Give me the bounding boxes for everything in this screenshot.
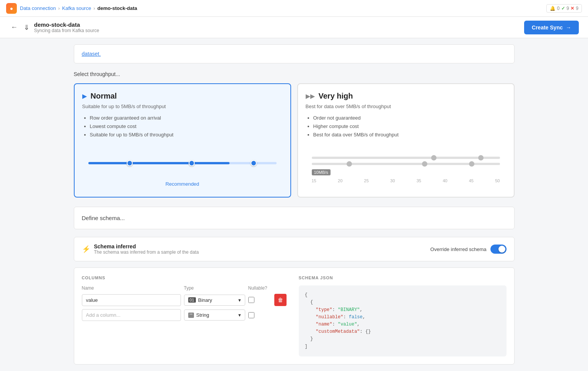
normal-slider-track[interactable] xyxy=(88,162,277,164)
json-comma-3: , xyxy=(357,322,360,327)
dataset-link[interactable]: dataset. xyxy=(82,51,101,57)
app-icon: ● xyxy=(6,3,17,14)
add-type-label: String xyxy=(196,312,209,318)
schema-json-display: { { "type": "BINARY", "nullable": false,… xyxy=(299,285,507,356)
define-schema-title: Define schema... xyxy=(82,215,507,221)
columns-header: Name Type Nullable? xyxy=(82,285,290,291)
schema-inferred-title: Schema inferred xyxy=(94,243,199,249)
schema-inferred-subtitle: The schema was inferred from a sample of… xyxy=(94,249,199,255)
delete-column-button[interactable]: 🗑 xyxy=(274,294,287,306)
very-high-speed-badge-area: 10MB/s xyxy=(312,169,500,177)
json-colon-3: : xyxy=(332,322,338,327)
top-bar-left: ● Data connection › Kafka source › demo-… xyxy=(6,3,137,14)
json-comma-1: , xyxy=(360,307,363,313)
slider-mark-15: 15 xyxy=(312,178,316,183)
very-high-dot-1 xyxy=(431,155,437,160)
normal-slider-filled xyxy=(88,162,230,164)
json-comma-2: , xyxy=(363,314,365,320)
add-nullable-checkbox[interactable] xyxy=(248,312,254,318)
normal-feature-3: Suitable for up to 5MB/s of throughput xyxy=(90,131,283,139)
breadcrumb-part1[interactable]: Data connection xyxy=(20,5,56,11)
schema-json-section: SCHEMA JSON { { "type": "BINARY", "nulla… xyxy=(299,275,507,356)
col-name-header: Name xyxy=(82,285,181,291)
schema-editor: COLUMNS Name Type Nullable? 01 Binary ▾ … xyxy=(74,267,515,365)
slider-mark-20: 20 xyxy=(338,178,342,183)
page-subtitle: Syncing data from Kafka source xyxy=(34,28,99,33)
slider-labels: 15 20 25 30 35 40 45 50 xyxy=(306,178,506,183)
normal-feature-1: Row order guaranteed on arrival xyxy=(90,114,283,122)
header-title-group: demo-stock-data Syncing data from Kafka … xyxy=(34,21,99,33)
schema-inferred-text: Schema inferred The schema was inferred … xyxy=(94,243,199,255)
column-type-select[interactable]: 01 Binary ▾ xyxy=(184,295,245,306)
json-colon-1: : xyxy=(332,307,338,313)
back-button[interactable]: ← xyxy=(9,22,19,33)
very-high-slider-area[interactable]: 10MB/s 15 20 25 30 35 40 45 50 xyxy=(306,147,506,189)
breadcrumb-part2[interactable]: Kafka source xyxy=(62,5,91,11)
download-icon: ⇓ xyxy=(24,23,29,32)
override-schema-toggle[interactable] xyxy=(490,245,507,254)
normal-throughput-card[interactable]: ▶ Normal Suitable for up to 5MB/s of thr… xyxy=(74,83,291,198)
json-key-custom: "customMetadata" xyxy=(316,329,360,334)
add-type-dropdown-icon: ▾ xyxy=(238,312,241,318)
header-bar: ← ⇓ demo-stock-data Syncing data from Ka… xyxy=(0,17,588,38)
page-title: demo-stock-data xyxy=(34,21,99,28)
very-high-card-title-row: ▶▶ Very high xyxy=(306,92,506,100)
json-val-name: "value" xyxy=(338,322,357,327)
normal-slider-area[interactable] xyxy=(82,148,283,178)
nullable-checkbox[interactable] xyxy=(248,297,254,303)
normal-slider-dot-2[interactable] xyxy=(189,160,195,166)
json-brace-open2: { xyxy=(310,300,313,305)
slider-mark-25: 25 xyxy=(364,178,369,183)
top-bar-right: 🔔 0 ✓ 9 ✕ 9 xyxy=(546,4,582,13)
arrow-right-icon: → xyxy=(566,24,571,31)
toggle-area: Override inferred schema xyxy=(430,245,507,254)
normal-slider-dot-3[interactable] xyxy=(251,160,257,166)
check-icon: ✓ xyxy=(561,6,565,11)
schema-json-title: SCHEMA JSON xyxy=(299,275,507,280)
json-brace-open: { xyxy=(305,292,308,298)
json-colon-4: : xyxy=(360,329,365,334)
very-high-feature-1: Order not guaranteed xyxy=(313,114,506,122)
very-high-dot-4 xyxy=(422,161,427,167)
recommended-label: Recommended xyxy=(82,181,283,187)
json-val-type: "BINARY" xyxy=(338,307,360,313)
slider-mark-30: 30 xyxy=(390,178,395,183)
bell-count: 0 xyxy=(557,6,560,11)
json-val-nullable: false xyxy=(349,314,363,320)
create-sync-button[interactable]: Create Sync → xyxy=(524,21,579,34)
slider-mark-35: 35 xyxy=(417,178,421,183)
slider-mark-40: 40 xyxy=(443,178,447,183)
slider-mark-45: 45 xyxy=(469,178,474,183)
col-nullable-header: Nullable? xyxy=(248,285,271,291)
json-key-nullable: "nullable" xyxy=(316,314,343,320)
throughput-section-label: Select throughput... xyxy=(74,71,515,77)
speed-label-badge: 10MB/s xyxy=(312,169,331,175)
very-high-dot-3 xyxy=(347,161,352,167)
add-column-input[interactable] xyxy=(82,309,181,321)
normal-title: Normal xyxy=(91,92,117,100)
col-action-header xyxy=(274,285,290,291)
toggle-knob xyxy=(498,246,505,253)
cross-icon: ✕ xyxy=(570,6,574,11)
column-name-input[interactable] xyxy=(82,294,181,306)
very-high-play-icon: ▶▶ xyxy=(306,92,315,100)
slider-mark-50: 50 xyxy=(495,178,500,183)
col-type-header: Type xyxy=(184,285,245,291)
very-high-throughput-card[interactable]: ▶▶ Very high Best for data over 5MB/s of… xyxy=(297,83,515,198)
top-bar: ● Data connection › Kafka source › demo-… xyxy=(0,0,588,17)
breadcrumb-sep2: › xyxy=(93,5,95,11)
breadcrumb: Data connection › Kafka source › demo-st… xyxy=(20,5,137,11)
very-high-feature-2: Higher compute cost xyxy=(313,122,506,131)
type-code-icon: 01 xyxy=(188,297,196,303)
type-label: Binary xyxy=(198,297,212,303)
columns-section: COLUMNS Name Type Nullable? 01 Binary ▾ … xyxy=(82,275,290,356)
json-colon-2: : xyxy=(343,314,349,320)
add-column-type-select[interactable]: “” String ▾ xyxy=(184,309,245,321)
normal-slider-dot-1[interactable] xyxy=(127,160,133,166)
throughput-cards: ▶ Normal Suitable for up to 5MB/s of thr… xyxy=(74,83,515,198)
type-dropdown-icon: ▾ xyxy=(238,297,241,303)
normal-feature-2: Lowest compute cost xyxy=(90,122,283,131)
toggle-label: Override inferred schema xyxy=(430,246,487,252)
very-high-subtitle: Best for data over 5MB/s of throughput xyxy=(306,104,506,109)
add-type-code-icon: “” xyxy=(188,313,194,318)
